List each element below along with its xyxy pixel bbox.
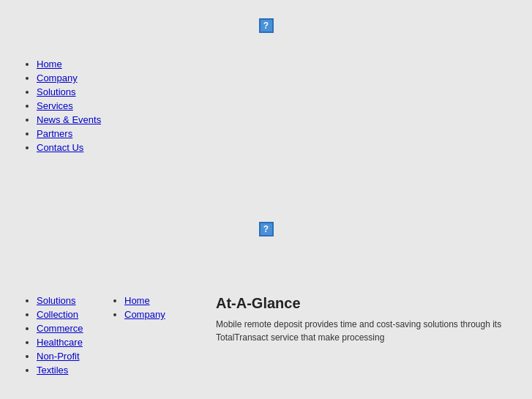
at-a-glance-title: At-A-Glance bbox=[216, 295, 521, 312]
nav-link-partners[interactable]: Partners bbox=[37, 128, 72, 139]
footer-left-item-healthcare: Healthcare bbox=[37, 337, 102, 348]
footer-right-item-home: Home bbox=[124, 295, 205, 306]
nav-item-news: News & Events bbox=[37, 114, 517, 125]
footer-right-item-company: Company bbox=[124, 309, 205, 320]
footer-left-item-collection: Collection bbox=[37, 309, 102, 320]
nav-item-partners: Partners bbox=[37, 128, 517, 139]
nav-list: Home Company Solutions Services News & E… bbox=[22, 59, 517, 153]
nav-link-news[interactable]: News & Events bbox=[37, 114, 101, 125]
nav-link-services[interactable]: Services bbox=[37, 100, 73, 111]
nav-link-contact[interactable]: Contact Us bbox=[37, 142, 83, 153]
bottom-section: Solutions Collection Commerce Healthcare… bbox=[0, 288, 532, 386]
nav-item-contact: Contact Us bbox=[37, 142, 517, 153]
at-a-glance-text: Mobile remote deposit provides time and … bbox=[216, 318, 521, 344]
footer-left-link-textiles[interactable]: Textiles bbox=[37, 365, 68, 376]
nav-link-home[interactable]: Home bbox=[37, 59, 62, 70]
top-banner: ? bbox=[0, 0, 532, 51]
page-wrapper: ? Home Company Solutions Services News &… bbox=[0, 0, 532, 399]
footer-left-link-commerce[interactable]: Commerce bbox=[37, 323, 83, 334]
middle-broken-image: ? bbox=[259, 222, 274, 236]
footer-left-item-commerce: Commerce bbox=[37, 323, 102, 334]
footer-nav-right: Home Company bbox=[102, 295, 205, 379]
footer-left-link-healthcare[interactable]: Healthcare bbox=[37, 337, 83, 348]
main-content: At-A-Glance Mobile remote deposit provid… bbox=[205, 295, 532, 379]
nav-item-solutions: Solutions bbox=[37, 86, 517, 97]
footer-left-link-nonprofit[interactable]: Non-Profit bbox=[37, 351, 80, 362]
middle-image-symbol: ? bbox=[263, 224, 269, 234]
footer-right-link-home[interactable]: Home bbox=[124, 295, 150, 306]
footer-right-link-company[interactable]: Company bbox=[124, 309, 165, 320]
footer-left-item-solutions: Solutions bbox=[37, 295, 102, 306]
footer-left-link-solutions[interactable]: Solutions bbox=[37, 295, 75, 306]
footer-left-item-textiles: Textiles bbox=[37, 365, 102, 376]
nav-item-company: Company bbox=[37, 72, 517, 83]
top-image-symbol: ? bbox=[263, 20, 269, 31]
footer-nav-left-list: Solutions Collection Commerce Healthcare… bbox=[22, 295, 102, 376]
nav-item-services: Services bbox=[37, 100, 517, 111]
footer-left-link-collection[interactable]: Collection bbox=[37, 309, 78, 320]
middle-banner: ? bbox=[0, 171, 532, 288]
nav-link-company[interactable]: Company bbox=[37, 72, 78, 83]
footer-left-item-nonprofit: Non-Profit bbox=[37, 351, 102, 362]
nav-item-home: Home bbox=[37, 59, 517, 70]
nav-link-solutions[interactable]: Solutions bbox=[37, 86, 75, 97]
main-nav: Home Company Solutions Services News & E… bbox=[0, 51, 532, 171]
top-broken-image: ? bbox=[259, 18, 274, 33]
footer-nav-right-list: Home Company bbox=[110, 295, 205, 320]
footer-nav-left: Solutions Collection Commerce Healthcare… bbox=[0, 295, 102, 379]
